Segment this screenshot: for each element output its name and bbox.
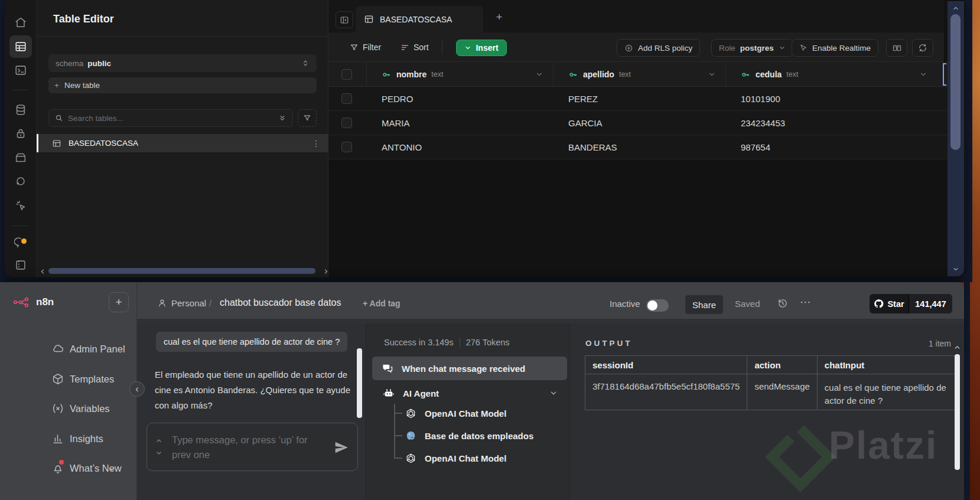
add-rls-policy-button[interactable]: Add RLS policy [617, 39, 700, 57]
chevron-down-icon[interactable] [708, 70, 716, 79]
node-openai-chat-model-1[interactable]: OpenAI Chat Model [405, 405, 506, 421]
history-down-icon[interactable] [155, 449, 162, 456]
n8n-logo[interactable]: n8n [13, 296, 54, 308]
column-header-nombre[interactable]: nombre text [382, 67, 444, 81]
column-name: nombre [396, 70, 426, 79]
cell-cedula[interactable]: 10101900 [741, 94, 780, 104]
sort-label: Sort [414, 43, 429, 52]
new-tab-plus-icon[interactable]: + [493, 11, 506, 24]
chat-input[interactable]: Type message, or press ‘up’ for prev one [146, 423, 358, 471]
scroll-up-icon[interactable] [953, 344, 961, 351]
scrollbar-thumb[interactable] [950, 14, 961, 150]
sidebar-label: Templates [70, 374, 114, 385]
table-row[interactable]: ANTONIO BANDERAS 987654 [328, 135, 949, 159]
search-icon [55, 114, 63, 122]
history-up-icon[interactable] [155, 437, 162, 445]
focus-bracket [943, 63, 946, 86]
github-star-widget[interactable]: Star 141,447 [870, 294, 952, 313]
schema-select[interactable]: schema public [48, 54, 317, 72]
sidebar-item-whats-new[interactable]: What’s New [0, 459, 137, 477]
home-icon[interactable] [13, 15, 28, 30]
advisors-icon[interactable] [13, 198, 28, 213]
cell-apellido[interactable]: GARCIA [568, 118, 603, 128]
breadcrumb-separator: / [209, 298, 211, 308]
insert-button[interactable]: Insert [456, 40, 507, 56]
rail-divider [12, 90, 30, 90]
table-menu-kebab-icon[interactable]: ⋮ [312, 139, 320, 148]
row-checkbox[interactable] [341, 142, 352, 152]
collapse-chat-icon[interactable]: ‹ [129, 381, 145, 397]
supabase-grid-area: BASEDATOSCASA + Filter Sort Insert Add R… [328, 0, 944, 277]
cell-apellido[interactable]: BANDERAS [568, 142, 617, 152]
sql-editor-icon[interactable] [13, 63, 28, 78]
openai-icon [405, 453, 416, 464]
person-icon [157, 298, 167, 308]
table-editor-icon[interactable] [9, 35, 32, 58]
column-header-apellido[interactable]: apellido text [568, 67, 631, 81]
auth-lock-icon[interactable] [13, 126, 28, 141]
chevron-down-icon[interactable] [535, 70, 543, 79]
logs-icon[interactable] [13, 257, 28, 273]
scrollbar-thumb[interactable] [48, 268, 315, 274]
col-sessionid: sessionId [585, 356, 747, 374]
output-scrollbar-thumb[interactable] [955, 354, 960, 470]
table-filter-button[interactable] [298, 109, 317, 127]
column-header-cedula[interactable]: cedula text [741, 67, 799, 81]
n8n-sidebar: n8n + Admin Panel Templates Variables [0, 282, 137, 500]
cell-nombre[interactable]: MARIA [382, 118, 410, 128]
cell-cedula[interactable]: 987654 [741, 142, 770, 152]
sidebar-item-insights[interactable]: Insights [0, 430, 137, 447]
node-label: Base de datos empleados [425, 431, 533, 441]
refresh-icon[interactable] [912, 39, 933, 57]
new-table-label: New table [64, 81, 100, 90]
cell-nombre[interactable]: PEDRO [382, 94, 413, 104]
sidebar-item-admin-panel[interactable]: Admin Panel [0, 340, 137, 358]
breadcrumb-project[interactable]: Personal [171, 298, 206, 308]
github-star-button[interactable]: Star [870, 294, 909, 313]
chevron-down-icon[interactable] [919, 70, 927, 79]
storage-icon[interactable] [13, 150, 28, 165]
row-checkbox[interactable] [341, 93, 352, 104]
sidebar-item-basedatoscasa[interactable]: BASEDATOSCASA ⋮ [37, 134, 328, 152]
history-icon[interactable] [777, 298, 788, 309]
workflow-name[interactable]: chatbot buscador base datos [220, 298, 341, 308]
insert-label: Insert [476, 43, 498, 53]
node-when-chat-message-received[interactable]: When chat message received [372, 357, 567, 380]
sidebar-item-variables[interactable]: Variables [0, 400, 137, 417]
send-icon[interactable] [334, 440, 349, 455]
select-all-checkbox[interactable] [341, 69, 352, 80]
github-icon [874, 299, 884, 309]
search-tables-input[interactable]: Search tables... [48, 109, 293, 127]
new-table-button[interactable]: + New table [48, 77, 317, 93]
api-docs-icon[interactable] [886, 39, 907, 57]
role-value: postgres [740, 44, 774, 53]
help-chat-icon[interactable] [13, 235, 28, 250]
node-ai-agent[interactable]: AI Agent [372, 383, 567, 404]
openai-icon [405, 408, 416, 419]
chat-scrollbar-thumb[interactable] [357, 348, 362, 418]
filter-button[interactable]: Filter [350, 40, 381, 54]
tab-basedatoscasa[interactable]: BASEDATOSCASA [356, 6, 483, 32]
cell-cedula[interactable]: 234234453 [741, 118, 785, 128]
enable-realtime-button[interactable]: Enable Realtime [792, 39, 878, 57]
table-row[interactable]: PEDRO PEREZ 10101900 [328, 87, 949, 111]
cell-nombre[interactable]: ANTONIO [382, 142, 422, 152]
double-chevron-down-icon[interactable] [278, 114, 286, 122]
table-row[interactable]: MARIA GARCIA 234234453 [328, 111, 949, 135]
share-button[interactable]: Share [685, 295, 723, 314]
sort-button[interactable]: Sort [401, 40, 429, 54]
new-workflow-button[interactable]: + [109, 292, 129, 312]
chevron-left: ‹ [135, 384, 138, 394]
role-select[interactable]: Role postgres [711, 39, 793, 57]
cell-apellido[interactable]: PEREZ [568, 94, 598, 104]
collapse-sidebar-icon[interactable] [336, 11, 353, 28]
row-checkbox[interactable] [341, 117, 352, 128]
node-base-de-datos-empleados[interactable]: Base de datos empleados [405, 427, 533, 444]
node-openai-chat-model-2[interactable]: OpenAI Chat Model [405, 450, 506, 466]
add-tag-button[interactable]: + Add tag [363, 299, 401, 308]
realtime-icon[interactable] [13, 174, 28, 189]
database-icon[interactable] [13, 102, 28, 117]
active-toggle[interactable] [646, 299, 669, 312]
sidebar-item-templates[interactable]: Templates [0, 370, 137, 388]
more-options-icon[interactable]: ⋯ [800, 295, 812, 309]
